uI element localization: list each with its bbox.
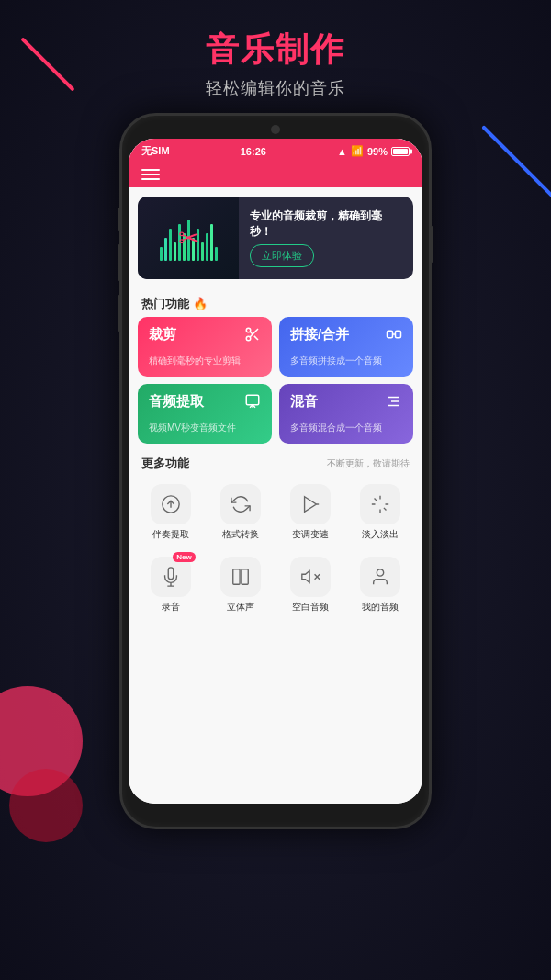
battery-icon bbox=[391, 147, 410, 156]
more-label-2: 变调变速 bbox=[292, 528, 329, 541]
banner-title: 专业的音频裁剪，精确到毫秒！ bbox=[250, 208, 402, 240]
svg-rect-7 bbox=[246, 395, 259, 405]
hot-card-icon-2 bbox=[244, 393, 261, 414]
hot-card-2[interactable]: 音频提取 视频MV秒变音频文件 bbox=[138, 384, 272, 444]
banner-text: 专业的音频裁剪，精确到毫秒！ 立即体验 bbox=[239, 201, 413, 276]
svg-marker-17 bbox=[302, 571, 309, 583]
scissors-icon: ✂ bbox=[178, 223, 199, 253]
hot-card-top-0: 裁剪 bbox=[149, 326, 261, 347]
more-item-6[interactable]: 空白音频 bbox=[278, 549, 343, 617]
hot-card-3[interactable]: 混音 多音频混合成一个音频 bbox=[279, 384, 413, 444]
phone-screen: 无SIM 16:26 ▲ 📶 99% bbox=[129, 139, 422, 804]
more-item-1[interactable]: 格式转换 bbox=[208, 477, 273, 545]
hamburger-line-1 bbox=[141, 169, 160, 171]
svg-line-3 bbox=[254, 336, 258, 340]
battery-percent: 99% bbox=[367, 146, 388, 157]
signal-icon: ▲ bbox=[337, 146, 347, 157]
hot-features-grid: 裁剪 精确到毫秒的专业剪辑 拼接/合并 多音频拼接成一个音频 音频提取 视频MV… bbox=[129, 317, 422, 444]
more-icon-wrap-0 bbox=[151, 484, 191, 524]
screen-content: 无SIM 16:26 ▲ 📶 99% bbox=[129, 139, 422, 804]
more-features-grid: 伴奏提取 格式转换 变调变速 淡入淡出 New 录音 立体声 bbox=[129, 477, 422, 617]
phone-mockup: 无SIM 16:26 ▲ 📶 99% bbox=[119, 113, 432, 829]
time-label: 16:26 bbox=[241, 146, 266, 157]
page-subtitle: 轻松编辑你的音乐 bbox=[206, 77, 345, 99]
more-label-6: 空白音频 bbox=[292, 601, 329, 614]
more-section-title: 更多功能 bbox=[141, 456, 189, 472]
more-item-7[interactable]: 我的音频 bbox=[348, 549, 413, 617]
hot-card-desc-3: 多音频混合成一个音频 bbox=[290, 422, 402, 434]
svg-line-4 bbox=[250, 332, 253, 334]
svg-rect-6 bbox=[396, 331, 401, 338]
hot-card-icon-0 bbox=[244, 326, 261, 347]
more-label-4: 录音 bbox=[162, 601, 180, 614]
svg-marker-13 bbox=[305, 497, 317, 513]
more-item-5[interactable]: 立体声 bbox=[208, 549, 273, 617]
more-label-1: 格式转换 bbox=[222, 528, 259, 541]
more-section-note: 不断更新，敬请期待 bbox=[327, 457, 410, 470]
more-label-0: 伴奏提取 bbox=[152, 528, 189, 541]
banner-visual: ✂ bbox=[138, 197, 239, 279]
more-item-3[interactable]: 淡入淡出 bbox=[348, 477, 413, 545]
hot-card-desc-1: 多音频拼接成一个音频 bbox=[290, 355, 402, 367]
more-icon-wrap-6 bbox=[290, 557, 331, 597]
status-icons: ▲ 📶 99% bbox=[337, 145, 410, 157]
hot-card-name-0: 裁剪 bbox=[149, 326, 176, 344]
wifi-icon: 📶 bbox=[351, 145, 364, 157]
more-icon-wrap-4: New bbox=[151, 557, 191, 597]
more-item-0[interactable]: 伴奏提取 bbox=[138, 477, 203, 545]
phone-button-left1 bbox=[118, 208, 121, 231]
hot-card-desc-2: 视频MV秒变音频文件 bbox=[149, 422, 261, 434]
hamburger-line-2 bbox=[141, 174, 160, 175]
hot-card-name-1: 拼接/合并 bbox=[290, 326, 349, 344]
more-label-7: 我的音频 bbox=[362, 601, 399, 614]
more-icon-wrap-7 bbox=[360, 557, 400, 597]
battery-fill bbox=[393, 149, 408, 154]
more-item-4[interactable]: New 录音 bbox=[138, 549, 203, 617]
more-icon-wrap-1 bbox=[220, 484, 261, 524]
more-label-5: 立体声 bbox=[227, 601, 254, 614]
hot-card-name-3: 混音 bbox=[290, 393, 318, 411]
phone-button-right bbox=[430, 226, 433, 263]
svg-point-20 bbox=[377, 569, 384, 576]
phone-camera bbox=[271, 125, 280, 134]
hot-card-0[interactable]: 裁剪 精确到毫秒的专业剪辑 bbox=[138, 317, 272, 377]
promo-banner[interactable]: ✂ 专业的音频裁剪，精确到毫秒！ 立即体验 bbox=[138, 197, 413, 279]
hot-card-top-3: 混音 bbox=[290, 393, 402, 414]
new-badge-4: New bbox=[173, 552, 195, 562]
hamburger-menu[interactable] bbox=[141, 169, 160, 180]
hot-card-desc-0: 精确到毫秒的专业剪辑 bbox=[149, 355, 261, 367]
svg-rect-15 bbox=[233, 569, 240, 585]
hot-card-top-2: 音频提取 bbox=[149, 393, 261, 414]
more-section-header: 更多功能 不断更新，敬请期待 bbox=[129, 448, 422, 477]
svg-rect-16 bbox=[242, 569, 248, 585]
hamburger-line-3 bbox=[141, 178, 160, 180]
banner-button[interactable]: 立即体验 bbox=[250, 244, 314, 267]
more-icon-wrap-5 bbox=[220, 557, 261, 597]
page-title: 音乐制作 bbox=[206, 28, 345, 73]
more-label-3: 淡入淡出 bbox=[362, 528, 399, 541]
status-bar: 无SIM 16:26 ▲ 📶 99% bbox=[129, 139, 422, 162]
svg-point-0 bbox=[246, 328, 251, 332]
hot-section-title: 热门功能 🔥 bbox=[141, 296, 208, 312]
hot-card-icon-3 bbox=[386, 393, 402, 414]
hot-card-icon-1 bbox=[386, 326, 402, 347]
more-icon-wrap-3 bbox=[360, 484, 400, 524]
phone-button-left3 bbox=[118, 295, 121, 332]
hot-card-name-2: 音频提取 bbox=[149, 393, 204, 411]
hot-card-top-1: 拼接/合并 bbox=[290, 326, 402, 347]
svg-rect-5 bbox=[388, 331, 393, 338]
phone-button-left2 bbox=[118, 244, 121, 281]
app-header bbox=[129, 162, 422, 187]
page-header: 音乐制作 轻松编辑你的音乐 bbox=[187, 0, 364, 113]
more-item-2[interactable]: 变调变速 bbox=[278, 477, 343, 545]
carrier-label: 无SIM bbox=[141, 144, 170, 158]
hot-card-1[interactable]: 拼接/合并 多音频拼接成一个音频 bbox=[279, 317, 413, 377]
more-icon-wrap-2 bbox=[290, 484, 331, 524]
hot-section-header: 热门功能 🔥 bbox=[129, 288, 422, 317]
svg-point-1 bbox=[246, 336, 251, 341]
